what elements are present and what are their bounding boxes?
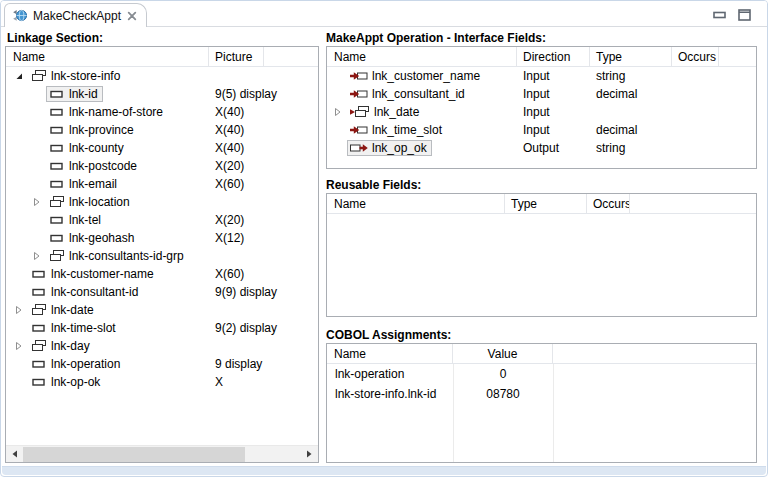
field-name: lnk_date (374, 105, 419, 119)
cobol-assignment-row[interactable]: lnk-operation0 (327, 364, 756, 384)
name-cell: lnk-name-of-store (6, 103, 209, 121)
selected-cell-box: lnk_op_ok (347, 140, 432, 156)
name-cell: lnk-operation (6, 355, 209, 373)
cell-box: lnk-location (46, 194, 135, 210)
horizontal-scrollbar[interactable] (6, 445, 318, 462)
cell-box: lnk-day (28, 338, 95, 354)
tree-expand-icon[interactable] (32, 197, 46, 207)
linkage-tree-row[interactable]: lnk-date (6, 301, 318, 319)
column-gridline (553, 364, 554, 462)
linkage-tree-row[interactable]: lnk-customer-nameX(60) (6, 265, 318, 283)
tree-expand-icon[interactable] (14, 341, 28, 351)
column-header[interactable]: Name (327, 194, 505, 213)
field-name: lnk-operation (51, 357, 120, 371)
interface-field-row[interactable]: lnk_dateInput (327, 103, 756, 121)
window-frame-bottom (2, 466, 766, 475)
field-icon (31, 268, 47, 280)
linkage-tree-row[interactable]: lnk-location (6, 193, 318, 211)
picture-value: 9(2) display (209, 319, 318, 337)
tree-expand-icon[interactable] (14, 71, 28, 81)
column-header[interactable]: Value (453, 344, 553, 363)
cell-box: lnk-store-info (28, 68, 125, 84)
interface-field-row[interactable]: lnk_customer_nameInputstring (327, 67, 756, 85)
scrollbar-thumb[interactable] (23, 447, 245, 462)
column-header[interactable]: Name (327, 344, 453, 363)
assignment-name: lnk-operation (327, 364, 453, 384)
name-cell: lnk-geohash (6, 229, 209, 247)
field-name: lnk-store-info (51, 69, 120, 83)
field-name: lnk-customer-name (51, 267, 154, 281)
column-header-filler (553, 344, 756, 363)
linkage-tree-row[interactable]: lnk-store-info (6, 67, 318, 85)
column-header[interactable]: Occurs (672, 47, 719, 66)
tree-expand-icon[interactable] (32, 251, 46, 261)
field-icon (49, 232, 65, 244)
direction-value: Input (517, 121, 590, 139)
interface-field-row[interactable]: lnk_time_slotInputdecimal (327, 121, 756, 139)
linkage-tree-row[interactable]: lnk-consultant-id9(9) display (6, 283, 318, 301)
name-cell: lnk-day (6, 337, 209, 355)
linkage-tree-row[interactable]: lnk-telX(20) (6, 211, 318, 229)
name-cell: lnk-id (6, 85, 209, 103)
name-cell: lnk-customer-name (6, 265, 209, 283)
column-header-filler (719, 47, 756, 66)
editor-window: MakeCheckAppt Linkage Section: MakeAppt … (0, 0, 768, 477)
tab-makecheckappt[interactable]: MakeCheckAppt (4, 3, 147, 27)
assignment-value: 0 (453, 364, 553, 384)
linkage-tree-row[interactable]: lnk-provinceX(40) (6, 121, 318, 139)
column-header[interactable]: Picture (209, 47, 264, 66)
name-cell: lnk-tel (6, 211, 209, 229)
picture-value (209, 337, 318, 355)
cell-box: lnk-tel (46, 212, 106, 228)
input-struct-icon (350, 106, 370, 118)
struct-icon (31, 70, 47, 82)
field-icon (49, 106, 65, 118)
picture-value: X(60) (209, 265, 318, 283)
scroll-left-button[interactable] (7, 446, 23, 462)
linkage-tree-row[interactable]: lnk-consultants-id-grp (6, 247, 318, 265)
linkage-tree-row[interactable]: lnk-operation9 display (6, 355, 318, 373)
column-header[interactable]: Type (505, 194, 587, 213)
field-name: lnk_op_ok (372, 141, 427, 155)
input-param-icon (350, 88, 368, 100)
tab-close-icon[interactable] (127, 11, 137, 21)
field-name: lnk_consultant_id (372, 87, 465, 101)
cobol-assignment-row[interactable]: lnk-store-info.lnk-id08780 (327, 384, 756, 404)
column-header[interactable]: Name (6, 47, 209, 66)
linkage-tree-row[interactable]: lnk-op-okX (6, 373, 318, 391)
linkage-tree-row[interactable]: lnk-id9(5) display (6, 85, 318, 103)
linkage-tree-row[interactable]: lnk-day (6, 337, 318, 355)
linkage-tree-row[interactable]: lnk-time-slot9(2) display (6, 319, 318, 337)
interface-field-row[interactable]: lnk_consultant_idInputdecimal (327, 85, 756, 103)
field-icon (31, 358, 47, 370)
field-icon (49, 124, 65, 136)
cell-box: lnk-geohash (46, 230, 139, 246)
name-cell: lnk-store-info (6, 67, 209, 85)
tree-expand-icon[interactable] (14, 305, 28, 315)
maximize-button[interactable] (738, 9, 751, 21)
picture-value: X (209, 373, 318, 391)
tree-expand-icon[interactable] (333, 107, 347, 117)
interface-field-row[interactable]: lnk_op_okOutputstring (327, 139, 756, 157)
reusable-fields-title: Reusable Fields: (326, 178, 421, 192)
column-header[interactable]: Type (590, 47, 672, 66)
linkage-tree-row[interactable]: lnk-name-of-storeX(40) (6, 103, 318, 121)
linkage-tree-row[interactable]: lnk-countyX(40) (6, 139, 318, 157)
assignment-name: lnk-store-info.lnk-id (327, 384, 453, 404)
column-header[interactable]: Name (327, 47, 517, 66)
scroll-right-button[interactable] (301, 446, 317, 462)
picture-value: X(40) (209, 103, 318, 121)
minimize-button[interactable] (713, 11, 726, 19)
linkage-tree-row[interactable]: lnk-postcodeX(20) (6, 157, 318, 175)
interface-fields-table: NameDirectionTypeOccurs lnk_customer_nam… (326, 46, 757, 169)
linkage-tree-row[interactable]: lnk-geohashX(12) (6, 229, 318, 247)
direction-value: Input (517, 103, 590, 121)
field-name: lnk-geohash (69, 231, 134, 245)
struct-icon (31, 304, 47, 316)
name-cell: lnk_op_ok (327, 139, 517, 157)
cell-box: lnk-date (28, 302, 99, 318)
linkage-tree-row[interactable]: lnk-emailX(60) (6, 175, 318, 193)
linkage-tree-table: NamePicture lnk-store-infolnk-id9(5) dis… (5, 46, 319, 463)
column-header[interactable]: Direction (517, 47, 590, 66)
column-header[interactable]: Occurs (587, 194, 630, 213)
